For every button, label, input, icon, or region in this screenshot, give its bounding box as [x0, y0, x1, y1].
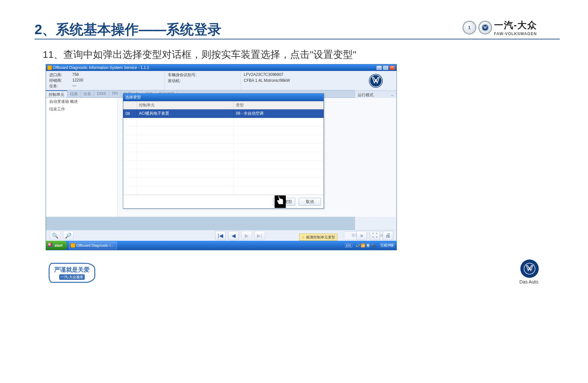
- table-row: [124, 186, 324, 195]
- bottom-bar: 🔍 🔎 |◀ ◀ ▶ ▶| 帮助 取消检测 » ⛶ 🖨: [46, 230, 396, 241]
- variant-table: 控制单元 变型 08 AC/暖风电子装置 08 - 全自动空调: [123, 101, 324, 195]
- tab-diss[interactable]: DISS: [94, 90, 109, 98]
- dealer-label: 经销商:: [49, 78, 72, 83]
- footer-vw-logo: Das Auto.: [519, 259, 539, 284]
- dealer-value: 12200: [72, 78, 83, 83]
- fullscreen-button[interactable]: ⛶: [370, 231, 380, 240]
- table-row: [124, 135, 324, 144]
- faw-logo-icon: 1: [463, 21, 476, 34]
- warning-notification[interactable]: 检测控制单元变型: [299, 234, 337, 241]
- table-row-selected[interactable]: 08 AC/暖风电子装置 08 - 全自动空调: [124, 109, 324, 118]
- engine-label: 发动机:: [168, 78, 237, 84]
- importer-value: 758: [72, 72, 79, 78]
- nav-first-button[interactable]: |◀: [215, 231, 226, 240]
- tab-task[interactable]: 任务: [81, 90, 94, 98]
- table-row: [124, 118, 324, 126]
- app-window: Offboard Diagnostic Information System S…: [46, 64, 397, 250]
- vw-logo-icon: [478, 21, 492, 34]
- brand-cn: 一汽-大众: [494, 19, 537, 32]
- stamp-sub: 一汽-大众服务: [59, 274, 85, 280]
- engine-value: CFBA 1.4L Motronic/96kW: [244, 78, 316, 83]
- expand-button[interactable]: »: [356, 231, 367, 240]
- col-idx[interactable]: [124, 101, 137, 109]
- header-info: 进口商:758 经销商:12200 任务:— 车辆身份识别号: 发动机: LFV…: [46, 71, 396, 90]
- cancel-button[interactable]: 取消: [299, 198, 321, 206]
- table-row: [124, 152, 324, 161]
- side-vw-logo: [355, 71, 396, 91]
- tab-tpi[interactable]: TPI: [109, 90, 121, 98]
- left-item-finish[interactable]: 结束工作: [46, 105, 118, 113]
- print-button[interactable]: 🖨: [383, 231, 393, 240]
- tray-icons[interactable]: 🔊📶🛡️🔌: [355, 243, 376, 248]
- maximize-button[interactable]: □: [383, 65, 389, 70]
- col-variant[interactable]: 变型: [234, 101, 324, 109]
- table-row: [124, 169, 324, 178]
- close-button[interactable]: ×: [389, 65, 395, 70]
- windows-taskbar: start Offboard Diagnostic I... EN 🔊📶🛡️🔌 …: [46, 241, 396, 250]
- window-title: Offboard Diagnostic Information System S…: [53, 65, 149, 70]
- stamp-main: 严谨就是关爱: [54, 266, 90, 274]
- start-button[interactable]: start: [46, 241, 67, 250]
- zoom-in-button[interactable]: 🔎: [63, 231, 74, 240]
- cell-unit: AC/暖风电子装置: [137, 109, 234, 118]
- dialog-title[interactable]: 选择变型: [123, 94, 324, 101]
- lang-indicator[interactable]: EN: [345, 243, 352, 248]
- col-control-unit[interactable]: 控制单元: [137, 101, 234, 109]
- nav-prev-button[interactable]: ◀: [228, 231, 239, 240]
- cell-variant: 08 - 全自动空调: [234, 109, 324, 118]
- table-row: [124, 144, 324, 152]
- cell-id: 08: [124, 109, 137, 118]
- brand-en: FAW-VOLKSWAGEN: [494, 32, 537, 36]
- table-row: [124, 161, 324, 169]
- step-text: 11、查询中如弹出选择变型对话框，则按实车装置选择，点击"设置变型": [43, 48, 356, 61]
- importer-label: 进口商:: [49, 72, 72, 78]
- chevron-up-icon: ︽: [391, 93, 394, 97]
- clock[interactable]: 1:40 PM: [380, 243, 395, 248]
- zoom-out-button[interactable]: 🔍: [50, 231, 60, 240]
- table-row: [124, 178, 324, 186]
- left-panel: 自动变速箱 概述 结束工作: [46, 98, 118, 217]
- window-titlebar[interactable]: Offboard Diagnostic Information System S…: [46, 64, 396, 71]
- table-row: [124, 126, 324, 135]
- cursor-hand-icon: [275, 195, 286, 208]
- minimize-button[interactable]: _: [376, 65, 382, 70]
- task-value: —: [72, 83, 76, 89]
- title-rule: [34, 39, 560, 39]
- taskbar-item[interactable]: Offboard Diagnostic I...: [69, 241, 117, 249]
- vin-value: LFV2A23C7C3096907: [244, 72, 316, 77]
- header-brand: 1 一汽-大众 FAW-VOLKSWAGEN: [463, 19, 537, 36]
- footer-slogan: Das Auto.: [519, 279, 539, 284]
- nav-next-button[interactable]: ▶: [241, 231, 252, 240]
- tab-result[interactable]: 结果: [67, 90, 81, 98]
- tab-control-unit[interactable]: 控制单元: [46, 90, 67, 98]
- footer-stamp: 严谨就是关爱 一汽-大众服务: [49, 263, 95, 283]
- vw-logo-icon: [520, 259, 539, 278]
- slide-title: 2、系统基本操作——系统登录: [34, 20, 221, 39]
- vin-label: 车辆身份识别号:: [168, 72, 237, 78]
- nav-last-button[interactable]: ▶|: [255, 231, 265, 240]
- left-item-overview[interactable]: 自动变速箱 概述: [46, 98, 118, 105]
- select-variant-dialog: 选择变型 控制单元 变型 08 AC/暖风电子装置 08 - 全自动空调: [123, 93, 324, 209]
- task-label: 任务:: [49, 83, 72, 89]
- app-icon: [47, 65, 52, 70]
